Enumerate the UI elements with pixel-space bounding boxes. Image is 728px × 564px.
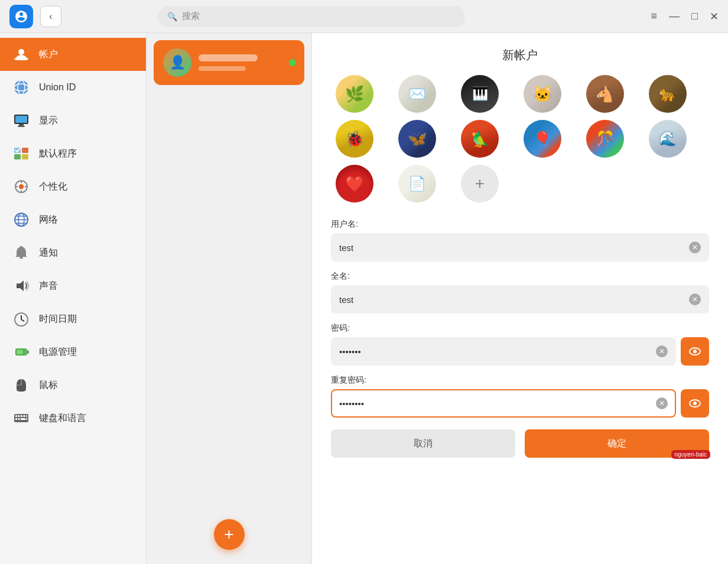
personalization-icon: [12, 177, 31, 196]
fullname-input-wrap: ✕: [331, 285, 709, 314]
password-row: ✕: [331, 337, 709, 366]
sound-icon: [12, 276, 31, 295]
svg-rect-31: [27, 350, 29, 354]
avatar-option-9[interactable]: 🦜: [461, 120, 499, 158]
repeat-password-input[interactable]: [339, 399, 656, 409]
avatar-option-7[interactable]: 🐞: [336, 120, 373, 158]
sidebar-label-account: 帐户: [39, 48, 58, 61]
avatar-option-10[interactable]: 🎈: [524, 120, 561, 158]
password-input[interactable]: [339, 347, 656, 357]
sidebar-item-account[interactable]: 帐户: [0, 38, 146, 71]
add-account-button[interactable]: +: [214, 519, 245, 550]
repeat-password-visibility-toggle[interactable]: [681, 389, 709, 418]
network-icon: [12, 210, 31, 229]
svg-point-0: [18, 49, 24, 55]
maximize-icon[interactable]: □: [691, 10, 698, 23]
svg-rect-24: [20, 257, 23, 259]
sidebar-item-personalization[interactable]: 个性化: [0, 170, 146, 203]
search-bar[interactable]: 🔍 搜索: [158, 6, 465, 27]
repeat-password-field: 重复密码: ✕: [331, 375, 709, 418]
svg-point-2: [14, 80, 28, 94]
repeat-password-label: 重复密码:: [331, 375, 709, 386]
svg-line-28: [21, 320, 24, 321]
app-icon: [9, 5, 33, 28]
sidebar-item-mouse[interactable]: 鼠标: [0, 369, 146, 402]
svg-rect-40: [15, 418, 17, 420]
search-icon: 🔍: [167, 12, 177, 21]
sidebar-label-keyboard: 键盘和语言: [39, 412, 86, 425]
mouse-icon: [12, 376, 31, 395]
sidebar-item-default-apps[interactable]: 默认程序: [0, 137, 146, 170]
password-clear-button[interactable]: ✕: [656, 345, 668, 357]
repeat-password-input-wrap: ✕: [331, 389, 676, 418]
avatar-option-4[interactable]: 🐱: [524, 75, 561, 113]
minimize-icon[interactable]: —: [669, 10, 680, 23]
sidebar-label-display: 显示: [39, 115, 58, 127]
avatar-option-14[interactable]: 📄: [398, 165, 436, 203]
svg-point-45: [693, 350, 697, 353]
sidebar-label-default-apps: 默认程序: [39, 148, 77, 160]
power-icon: [12, 343, 31, 361]
default-apps-icon: [12, 144, 31, 163]
svg-rect-41: [18, 418, 20, 420]
svg-rect-10: [22, 148, 28, 153]
password-label: 密码:: [331, 323, 709, 334]
svg-rect-37: [21, 415, 22, 417]
sidebar-label-mouse: 鼠标: [39, 379, 58, 392]
avatar-option-1[interactable]: 🌿: [336, 75, 373, 113]
account-info: [199, 54, 295, 71]
password-visibility-toggle[interactable]: [681, 337, 709, 366]
sidebar-item-union-id[interactable]: Union ID: [0, 71, 146, 104]
avatar-option-8[interactable]: 🦋: [398, 120, 436, 158]
avatar-option-3[interactable]: 🎹: [461, 75, 499, 113]
fullname-input[interactable]: [339, 295, 689, 305]
cancel-button[interactable]: 取消: [331, 429, 515, 458]
password-field: 密码: ✕: [331, 323, 709, 366]
avatar-add-button[interactable]: +: [461, 165, 499, 203]
search-placeholder: 搜索: [182, 11, 200, 22]
svg-rect-6: [15, 116, 27, 123]
svg-point-47: [693, 402, 697, 405]
password-input-wrap: ✕: [331, 337, 676, 366]
avatar-option-6[interactable]: 🐆: [649, 75, 687, 113]
sidebar-item-sound[interactable]: 声音: [0, 269, 146, 302]
account-avatar: 👤: [163, 48, 191, 77]
username-input[interactable]: [339, 243, 689, 253]
repeat-password-clear-button[interactable]: ✕: [656, 397, 668, 409]
username-label: 用户名:: [331, 219, 709, 230]
sidebar-item-network[interactable]: 网络: [0, 203, 146, 236]
avatar-option-2[interactable]: ✉️: [398, 75, 436, 113]
svg-rect-36: [18, 415, 20, 417]
close-icon[interactable]: ✕: [710, 10, 719, 23]
sidebar-item-datetime[interactable]: 时间日期: [0, 302, 146, 335]
sidebar-item-keyboard[interactable]: 键盘和语言: [0, 402, 146, 435]
username-clear-button[interactable]: ✕: [689, 242, 701, 253]
avatar-option-5[interactable]: 🐴: [586, 75, 624, 113]
account-card[interactable]: 👤: [154, 40, 304, 85]
svg-rect-38: [24, 415, 25, 417]
sidebar-item-notification[interactable]: 通知: [0, 236, 146, 269]
svg-rect-8: [18, 126, 25, 127]
repeat-password-row: ✕: [331, 389, 709, 418]
avatar-option-13[interactable]: ❤️: [336, 165, 373, 203]
confirm-button[interactable]: 确定 nguyen-baic: [525, 429, 709, 458]
sidebar-label-network: 网络: [39, 214, 58, 226]
account-icon: [12, 45, 31, 64]
sidebar-label-notification: 通知: [39, 247, 58, 259]
svg-rect-43: [26, 418, 27, 420]
sidebar-item-display[interactable]: 显示: [0, 104, 146, 137]
union-id-icon: [12, 78, 31, 97]
svg-rect-32: [17, 350, 23, 354]
avatar-option-11[interactable]: 🎊: [586, 120, 624, 158]
sidebar-item-power[interactable]: 电源管理: [0, 335, 146, 369]
menu-icon[interactable]: ≡: [651, 10, 658, 23]
svg-point-14: [19, 184, 24, 189]
sidebar-label-union-id: Union ID: [39, 82, 76, 93]
avatar-option-12[interactable]: 🌊: [649, 120, 687, 158]
fullname-clear-button[interactable]: ✕: [689, 294, 701, 305]
account-name-blurred: [199, 54, 258, 61]
svg-rect-12: [22, 154, 28, 159]
form-title: 新帐户: [331, 47, 709, 63]
back-button[interactable]: ‹: [40, 6, 61, 27]
fullname-field: 全名: ✕: [331, 271, 709, 314]
